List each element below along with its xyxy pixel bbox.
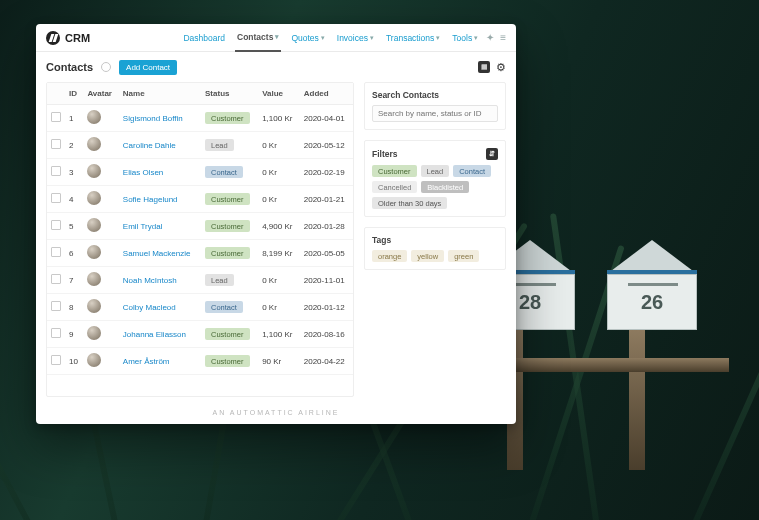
chevron-down-icon: ▾ [321,34,325,42]
nav-tab-transactions[interactable]: Transactions▾ [384,25,442,51]
avatar [87,191,101,205]
column-header[interactable]: ID [65,83,83,105]
contact-name-link[interactable]: Caroline Dahle [123,141,176,150]
cell-value: 8,199 Kr [258,240,300,267]
menu-icon[interactable]: ≡ [500,32,506,43]
filter-chip[interactable]: Blacklisted [421,181,469,193]
tag-chip[interactable]: orange [372,250,407,262]
avatar [87,110,101,124]
cell-id: 10 [65,348,83,375]
add-contact-button[interactable]: Add Contact [119,60,177,75]
status-badge: Customer [205,247,250,259]
contact-name-link[interactable]: Noah McIntosh [123,276,177,285]
column-header[interactable]: Name [119,83,201,105]
table-row: 8Colby MacleodContact0 Kr2020-01-12 [47,294,353,321]
cell-added: 2020-01-21 [300,186,353,213]
row-checkbox[interactable] [51,193,61,203]
status-badge: Customer [205,112,250,124]
column-header[interactable]: Value [258,83,300,105]
filter-chip[interactable]: Customer [372,165,417,177]
cell-added: 2020-05-12 [300,132,353,159]
status-badge: Lead [205,139,234,151]
nav-tab-quotes[interactable]: Quotes▾ [289,25,326,51]
table-row: 2Caroline DahleLead0 Kr2020-05-12 [47,132,353,159]
nav-tab-contacts[interactable]: Contacts▾ [235,24,281,52]
contact-name-link[interactable]: Amer Åström [123,357,170,366]
contact-name-link[interactable]: Emil Trydal [123,222,163,231]
view-toggle-button[interactable]: ▦ [478,61,490,73]
filters-panel: Filters ⇵ CustomerLeadContactCancelledBl… [364,140,506,217]
row-checkbox[interactable] [51,328,61,338]
cell-value: 0 Kr [258,267,300,294]
filter-settings-button[interactable]: ⇵ [486,148,498,160]
filter-chip[interactable]: Older than 30 days [372,197,447,209]
contacts-table: IDAvatarNameStatusValueAdded 1Sigismond … [47,83,353,375]
cell-added: 2020-04-22 [300,348,353,375]
row-checkbox[interactable] [51,274,61,284]
contact-name-link[interactable]: Colby Macleod [123,303,176,312]
nav-tab-invoices[interactable]: Invoices▾ [335,25,376,51]
status-badge: Customer [205,328,250,340]
table-row: 1Sigismond BoffinCustomer1,100 Kr2020-04… [47,105,353,132]
status-badge: Contact [205,166,243,178]
avatar [87,326,101,340]
cell-id: 4 [65,186,83,213]
tag-chip[interactable]: yellow [411,250,444,262]
contact-name-link[interactable]: Sigismond Boffin [123,114,183,123]
row-checkbox[interactable] [51,139,61,149]
search-input[interactable] [372,105,498,122]
column-header[interactable]: Added [300,83,353,105]
filters-panel-title: Filters [372,149,398,159]
nav-tab-tools[interactable]: Tools▾ [450,25,480,51]
cell-id: 9 [65,321,83,348]
contact-name-link[interactable]: Samuel Mackenzie [123,249,191,258]
settings-icon[interactable]: ⚙ [496,61,506,74]
page-title: Contacts [46,61,93,73]
table-row: 6Samuel MackenzieCustomer8,199 Kr2020-05… [47,240,353,267]
chevron-down-icon: ▾ [275,33,279,41]
notifications-icon[interactable]: ✦ [486,32,494,43]
crm-window: CRM DashboardContacts▾Quotes▾Invoices▾Tr… [36,24,516,424]
filter-chip[interactable]: Contact [453,165,491,177]
cell-added: 2020-08-16 [300,321,353,348]
cell-added: 2020-01-12 [300,294,353,321]
tag-chip[interactable]: green [448,250,479,262]
cell-added: 2020-11-01 [300,267,353,294]
filter-chip[interactable]: Lead [421,165,450,177]
tags-panel-title: Tags [372,235,498,245]
row-checkbox[interactable] [51,301,61,311]
cell-value: 0 Kr [258,294,300,321]
contact-name-link[interactable]: Elias Olsen [123,168,163,177]
status-badge: Customer [205,193,250,205]
row-checkbox[interactable] [51,355,61,365]
top-bar: CRM DashboardContacts▾Quotes▾Invoices▾Tr… [36,24,516,52]
status-badge: Customer [205,355,250,367]
cell-id: 5 [65,213,83,240]
table-row: 9Johanna EliassonCustomer1,100 Kr2020-08… [47,321,353,348]
status-badge: Contact [205,301,243,313]
table-row: 3Elias OlsenContact0 Kr2020-02-19 [47,159,353,186]
filter-chip[interactable]: Cancelled [372,181,417,193]
row-checkbox[interactable] [51,166,61,176]
mailboxes-illustration: 28 26 [479,230,729,470]
row-checkbox[interactable] [51,112,61,122]
cell-value: 90 Kr [258,348,300,375]
brand-logo-icon [46,31,60,45]
row-checkbox[interactable] [51,247,61,257]
table-row: 4Sofie HagelundCustomer0 Kr2020-01-21 [47,186,353,213]
nav-tab-dashboard[interactable]: Dashboard [181,25,227,51]
contacts-table-card: IDAvatarNameStatusValueAdded 1Sigismond … [46,82,354,397]
avatar [87,218,101,232]
contact-name-link[interactable]: Johanna Eliasson [123,330,186,339]
row-checkbox[interactable] [51,220,61,230]
column-header[interactable]: Status [201,83,258,105]
tags-panel: Tags orangeyellowgreen [364,227,506,270]
refresh-icon[interactable] [101,62,111,72]
contact-name-link[interactable]: Sofie Hagelund [123,195,178,204]
cell-value: 1,100 Kr [258,105,300,132]
cell-value: 1,100 Kr [258,321,300,348]
chevron-down-icon: ▾ [370,34,374,42]
column-header[interactable]: Avatar [83,83,118,105]
avatar [87,245,101,259]
cell-added: 2020-02-19 [300,159,353,186]
